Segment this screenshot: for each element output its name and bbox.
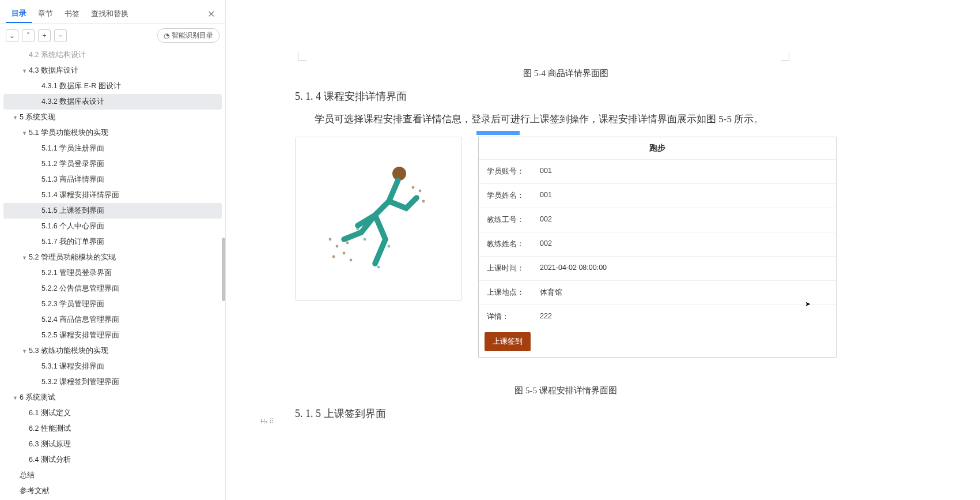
toc-item[interactable]: 6.1 测试定义 [3, 405, 222, 421]
toc-item[interactable]: 5.1.2 学员登录界面 [3, 156, 222, 172]
svg-point-9 [412, 186, 415, 189]
svg-point-2 [343, 252, 346, 255]
tab-chapters[interactable]: 章节 [32, 5, 59, 22]
toc-item[interactable]: ▼5.3 教练功能模块的实现 [3, 343, 222, 359]
tab-find-replace[interactable]: 查找和替换 [85, 5, 134, 22]
svg-point-4 [350, 259, 353, 262]
figure-5-5: 跑步 学员账号：001 学员姓名：001 教练工号：002 教练姓名：002 上… [295, 137, 837, 358]
field-class-time: 上课时间：2021-04-02 08:00:00 [479, 256, 836, 280]
toc-item[interactable]: 5.2.2 公告信息管理界面 [3, 281, 222, 296]
cursor-icon: ➤ [805, 300, 811, 308]
signin-button[interactable]: 上课签到 [485, 332, 531, 351]
runner-image [295, 137, 462, 301]
toc-item[interactable]: 6.2 性能测试 [3, 421, 222, 437]
svg-point-3 [332, 255, 335, 258]
toc-item[interactable]: 5.3.1 课程安排界面 [3, 359, 222, 374]
course-detail-card: 跑步 学员账号：001 学员姓名：001 教练工号：002 教练姓名：002 上… [478, 137, 837, 358]
toc-item[interactable]: 5.1.1 学员注册界面 [3, 141, 222, 156]
figure-caption-5-4: 图 5-4 商品详情界面图 [295, 68, 837, 79]
runner-icon [309, 149, 448, 288]
toc-item[interactable]: 5.1.7 我的订单界面 [3, 234, 222, 250]
collapse-arrow-icon[interactable]: ▼ [22, 255, 29, 261]
toc-item[interactable]: ▼6 系统测试 [3, 390, 222, 405]
toc-item[interactable]: ▼5.2 管理员功能模块的实现 [3, 250, 222, 265]
document-viewport[interactable]: 图 5-4 商品详情界面图 5. 1. 4 课程安排详情界面 学员可选择课程安排… [226, 0, 980, 500]
app-root: 目录 章节 书签 查找和替换 ✕ ⌄ ˄ + − ◔ 智能识别目录 4.2 系统… [0, 0, 980, 500]
svg-point-12 [364, 238, 366, 241]
collapse-arrow-icon[interactable]: ▼ [22, 68, 29, 74]
minus-icon: − [58, 32, 62, 40]
svg-point-15 [357, 228, 360, 231]
figure-caption-5-5: 图 5-5 课程安排详情界面图 [295, 385, 837, 396]
card-title: 跑步 [479, 137, 836, 159]
accent-bar [476, 131, 520, 135]
toc-item[interactable]: 4.3.1 数据库 E-R 图设计 [3, 78, 222, 94]
field-student-id: 学员账号：001 [479, 159, 836, 183]
toc-item[interactable]: 5.1.4 课程安排详情界面 [3, 187, 222, 203]
svg-point-14 [381, 207, 384, 210]
paragraph-text: 学员可选择课程安排查看详情信息，登录后可进行上课签到操作，课程安排详情界面展示如… [295, 109, 837, 130]
collapse-arrow-icon[interactable]: ▼ [22, 348, 29, 354]
field-student-name: 学员姓名：001 [479, 183, 836, 208]
plus-icon: + [42, 32, 46, 40]
toc-item[interactable]: 4.2 系统结构设计 [3, 47, 222, 63]
toc-item[interactable]: 5.1.3 商品详情界面 [3, 172, 222, 187]
toc-item[interactable]: 6.4 测试分析 [3, 452, 222, 468]
field-detail: 详情：222 [479, 304, 836, 329]
toc-item[interactable]: 总结 [3, 468, 222, 483]
collapse-arrow-icon[interactable]: ▼ [13, 395, 20, 401]
right-margin [882, 0, 980, 500]
collapse-arrow-icon[interactable]: ▼ [13, 115, 20, 121]
svg-point-5 [329, 238, 332, 241]
svg-point-11 [388, 245, 391, 248]
toc-item[interactable]: 5.2.5 课程安排管理界面 [3, 328, 222, 343]
toc-item[interactable]: 参考文献 [3, 483, 222, 499]
toc-item[interactable]: ▼4.3 数据库设计 [3, 63, 222, 78]
expand-all-button[interactable]: ⌄ [6, 29, 18, 42]
svg-point-6 [346, 242, 349, 245]
add-item-button[interactable]: + [38, 29, 51, 42]
clock-icon: ◔ [164, 32, 169, 40]
collapse-arrow-icon[interactable]: ▼ [22, 130, 29, 136]
svg-point-1 [336, 245, 339, 248]
toc-item[interactable]: 5.1.6 个人中心界面 [3, 219, 222, 234]
heading-5-1-4: 5. 1. 4 课程安排详情界面 [295, 89, 837, 103]
sidebar-scrollbar[interactable] [222, 238, 225, 301]
toc-item[interactable]: 5.2.1 管理员登录界面 [3, 265, 222, 281]
toc-item[interactable]: 5.2.3 学员管理界面 [3, 296, 222, 312]
toc-item[interactable]: 6.3 测试原理 [3, 437, 222, 452]
smart-detect-label: 智能识别目录 [172, 31, 213, 40]
toc-item[interactable]: 4.3.2 数据库表设计 [3, 94, 222, 110]
toc-item[interactable]: 5.2.4 商品信息管理界面 [3, 312, 222, 328]
field-coach-id: 教练工号：002 [479, 208, 836, 232]
heading-level-indicator[interactable]: H₃ ⠿ [260, 418, 274, 425]
chevron-up-icon: ˄ [27, 32, 30, 40]
tab-outline[interactable]: 目录 [6, 5, 32, 23]
outline-sidebar: 目录 章节 书签 查找和替换 ✕ ⌄ ˄ + − ◔ 智能识别目录 4.2 系统… [0, 0, 226, 500]
smart-detect-outline-button[interactable]: ◔ 智能识别目录 [157, 28, 220, 43]
outline-toolbar: ⌄ ˄ + − ◔ 智能识别目录 [0, 24, 225, 47]
field-coach-name: 教练姓名：002 [479, 232, 836, 256]
toc-item[interactable]: 5.3.2 课程签到管理界面 [3, 374, 222, 390]
svg-point-7 [419, 190, 422, 193]
outline-tree[interactable]: 4.2 系统结构设计 ▼4.3 数据库设计 4.3.1 数据库 E-R 图设计 … [0, 47, 225, 500]
svg-point-8 [422, 200, 425, 203]
heading-5-1-5: 5. 1. 5 上课签到界面 [295, 407, 837, 420]
close-sidebar-button[interactable]: ✕ [203, 6, 220, 22]
tab-bookmarks[interactable]: 书签 [59, 5, 85, 22]
field-class-location: 上课地点：体育馆 [479, 280, 836, 304]
svg-point-10 [377, 266, 380, 269]
page-corner-mark [298, 52, 307, 61]
toc-item[interactable]: ▼5.1 学员功能模块的实现 [3, 125, 222, 141]
chevron-down-icon: ⌄ [9, 32, 15, 40]
page-corner-mark [781, 52, 789, 61]
sidebar-tabs: 目录 章节 书签 查找和替换 ✕ [0, 0, 225, 24]
toc-item[interactable]: ▼5 系统实现 [3, 110, 222, 125]
svg-point-13 [370, 217, 373, 220]
remove-item-button[interactable]: − [54, 29, 67, 42]
collapse-all-button[interactable]: ˄ [22, 29, 35, 42]
toc-item-current[interactable]: 5.1.5 上课签到界面 [3, 203, 222, 219]
page-content: 图 5-4 商品详情界面图 5. 1. 4 课程安排详情界面 学员可选择课程安排… [295, 0, 837, 420]
